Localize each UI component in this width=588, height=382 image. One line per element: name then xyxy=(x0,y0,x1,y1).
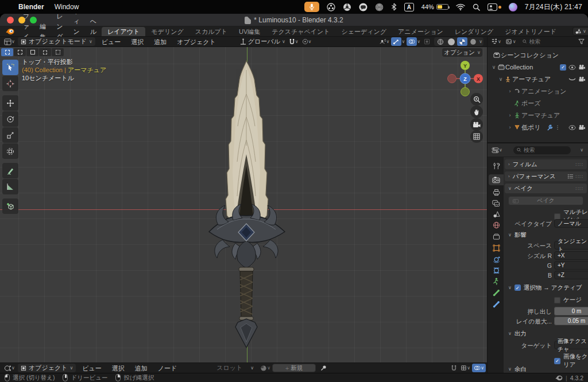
select-mode-invert[interactable] xyxy=(39,48,51,56)
tab-viewlayer-properties[interactable] xyxy=(489,198,504,209)
editor-type-button[interactable]: ∨ xyxy=(490,146,504,154)
siri-icon[interactable] xyxy=(509,3,517,11)
pin-icon[interactable] xyxy=(320,365,327,371)
navigation-gizmo[interactable]: Y X Z xyxy=(445,59,485,99)
outliner-row-armature-object[interactable]: ∨ アーマチュア xyxy=(488,73,588,85)
viewport-3d[interactable]: トップ・平行投影 (40) Collection | アーマチュア 10センチメ… xyxy=(0,47,487,362)
slot-dropdown[interactable]: スロット ∨ xyxy=(216,364,254,372)
hide-viewport-eye-icon[interactable] xyxy=(568,65,576,70)
overlays-toggle[interactable] xyxy=(407,37,417,46)
expand-icon[interactable]: › xyxy=(507,112,513,118)
viewport-menu-view[interactable]: ビュー xyxy=(96,37,126,47)
collection-checkbox[interactable]: ✓ xyxy=(560,64,566,71)
drag-handle-icon[interactable]: ∷∷ xyxy=(576,186,583,192)
panel-bake[interactable]: ∨ ベイク ∷∷ xyxy=(505,184,587,193)
tab-texture-paint[interactable]: テクスチャペイント xyxy=(266,27,335,36)
panel-film[interactable]: › フィルム ∷∷ xyxy=(505,159,587,169)
shading-rendered-button[interactable] xyxy=(468,37,478,46)
editor-type-button[interactable]: ∨ xyxy=(2,37,17,46)
expand-icon[interactable]: › xyxy=(507,124,513,130)
chevron-down-icon[interactable]: ∨ xyxy=(580,148,583,153)
outliner-row-collection[interactable]: ∨ Collection ✓ xyxy=(488,61,588,73)
tab-geometry-nodes[interactable]: ジオメトリノード xyxy=(499,27,562,36)
tab-scene-properties[interactable] xyxy=(489,209,504,220)
visibility-dropdown[interactable]: ∨ xyxy=(378,37,392,46)
max-ray-field[interactable]: 0.05 m xyxy=(554,317,588,325)
shader-menu-add[interactable]: 追加 xyxy=(130,363,153,373)
tool-rotate[interactable] xyxy=(2,111,18,127)
tab-scripting-clipped[interactable]: ス xyxy=(562,27,568,36)
extrusion-field[interactable]: 0 m xyxy=(554,307,588,315)
properties-search-input[interactable] xyxy=(524,147,567,153)
expand-icon[interactable]: › xyxy=(507,88,513,94)
tab-world-properties[interactable] xyxy=(489,220,504,231)
tab-sculpting[interactable]: スカルプト xyxy=(189,27,233,36)
tab-bone-properties[interactable] xyxy=(489,287,504,298)
tool-add-cube[interactable] xyxy=(2,198,18,214)
dots-icon[interactable]: ⋮ xyxy=(555,124,560,130)
shader-snap-toggle[interactable] xyxy=(449,364,459,372)
tab-render-properties[interactable] xyxy=(489,174,504,185)
blender-logo-icon[interactable] xyxy=(0,28,18,35)
chevron-down-icon[interactable]: ∨ xyxy=(479,40,482,44)
properties-search[interactable] xyxy=(513,146,571,154)
scene-selector[interactable]: ∨ Scene × xyxy=(572,27,588,36)
obs-icon[interactable] xyxy=(327,2,335,12)
tab-uv-editing[interactable]: UV編集 xyxy=(233,27,266,36)
mesh-tray-icon[interactable] xyxy=(375,2,384,12)
chevron-down-icon[interactable]: ∨ xyxy=(417,40,420,44)
blender-tray-icon[interactable] xyxy=(343,2,351,12)
viewport-menu-object[interactable]: オブジェクト xyxy=(172,37,221,47)
mode-selector[interactable]: オブジェクトモード ∨ xyxy=(18,37,95,46)
pan-view-button[interactable] xyxy=(470,106,483,118)
shading-material-button[interactable] xyxy=(457,37,467,46)
shader-mode-selector[interactable]: オブジェクト ∨ xyxy=(18,364,76,372)
editor-type-button[interactable]: ∨ xyxy=(489,37,503,46)
tab-layout[interactable]: レイアウト xyxy=(102,27,145,36)
bluetooth-icon[interactable] xyxy=(391,2,397,12)
hide-viewport-eye-icon[interactable] xyxy=(568,125,576,130)
expand-icon[interactable]: ∨ xyxy=(498,76,504,82)
zoom-view-button[interactable] xyxy=(470,93,483,106)
filter-icon[interactable] xyxy=(577,38,586,45)
window-menu[interactable]: Window xyxy=(55,3,79,11)
shading-solid-button[interactable] xyxy=(446,37,457,46)
outliner-row-lowpoly[interactable]: › 低ポリ ⋮ xyxy=(488,122,588,133)
shader-menu-view[interactable]: ビュー xyxy=(77,363,107,373)
select-mode-set[interactable] xyxy=(1,48,13,56)
display-mode-dropdown[interactable]: ∨ xyxy=(504,37,518,46)
target-dropdown[interactable]: 画像テクスチャ∨ xyxy=(554,341,588,349)
battery-indicator[interactable]: 44% xyxy=(421,3,448,10)
viewport-menu-add[interactable]: 追加 xyxy=(149,37,172,47)
tab-modeling[interactable]: モデリング xyxy=(145,27,189,36)
disable-render-camera-icon[interactable] xyxy=(578,124,586,130)
influence-subpanel[interactable]: ∨ 影響 xyxy=(508,231,527,239)
drag-handle-icon[interactable]: ∷∷ xyxy=(576,162,583,167)
disable-render-camera-icon[interactable] xyxy=(578,76,586,82)
sword-model[interactable] xyxy=(206,60,289,349)
eye-closed-icon[interactable] xyxy=(568,77,576,82)
chevron-down-icon[interactable]: ∨ xyxy=(401,40,405,44)
tab-shading[interactable]: シェーディング xyxy=(336,27,393,36)
transform-orientation-dropdown[interactable]: グローバル ∨ xyxy=(238,37,287,46)
shader-snap-grid-dropdown[interactable]: ∨ xyxy=(459,364,472,372)
toggle-ortho-button[interactable] xyxy=(470,130,483,143)
expand-icon[interactable]: ∨ xyxy=(491,64,497,70)
menubar-clock[interactable]: 7月24日(木) 21:47 xyxy=(525,2,582,12)
options-dropdown[interactable]: オプション ∨ xyxy=(442,48,482,57)
tool-select-box[interactable] xyxy=(2,60,18,75)
tab-rendering[interactable]: レンダリング xyxy=(449,27,500,36)
selected-to-active-subpanel[interactable]: ∨ ✓ 選択物 → アクティブ xyxy=(508,283,582,292)
swizzle-g-dropdown[interactable]: +Y∨ xyxy=(554,261,588,270)
clear-image-checkbox-row[interactable]: ✓ 画像をクリア xyxy=(554,353,588,369)
tool-transform[interactable] xyxy=(2,143,18,159)
select-mode-subtract[interactable] xyxy=(26,48,38,56)
tool-annotate[interactable] xyxy=(2,163,18,178)
tab-animation[interactable]: アニメーション xyxy=(392,27,449,36)
tool-cursor[interactable] xyxy=(2,76,18,91)
space-dropdown[interactable]: タンジェント∨ xyxy=(554,241,588,250)
tab-data-properties[interactable] xyxy=(489,276,504,287)
tab-tool-properties[interactable] xyxy=(489,161,504,171)
tab-bone-constraints-properties[interactable] xyxy=(489,299,504,310)
outliner-row-scene-collection[interactable]: シーンコレクション xyxy=(488,49,588,61)
